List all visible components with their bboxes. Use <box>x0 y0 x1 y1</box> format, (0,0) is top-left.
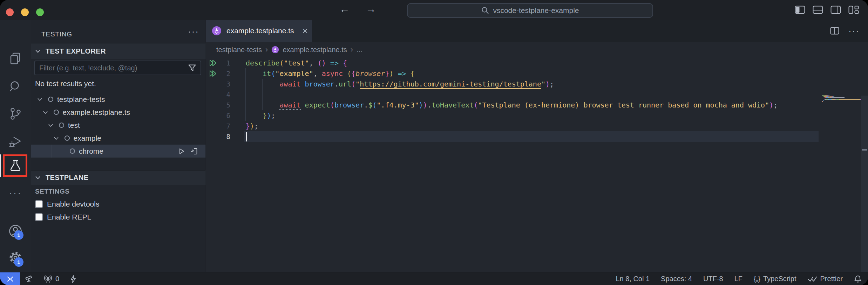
toggle-panel-icon[interactable] <box>813 6 823 14</box>
additional-views-icon[interactable]: ··· <box>0 187 31 199</box>
code-token: . <box>334 80 339 88</box>
code-token: ) <box>423 101 427 109</box>
code-token <box>326 59 330 67</box>
ports-count: 0 <box>55 275 59 283</box>
command-center[interactable]: vscode-testplane-example <box>407 3 653 18</box>
test-filter-box <box>34 61 201 75</box>
breadcrumb-file[interactable]: example.testplane.ts <box>283 46 347 54</box>
eol-status[interactable]: LF <box>734 275 742 283</box>
run-and-debug-icon[interactable] <box>0 134 31 150</box>
minimap-line <box>830 97 844 98</box>
go-back-button[interactable]: ← <box>338 3 352 15</box>
split-editor-icon[interactable] <box>830 27 839 35</box>
close-tab-icon[interactable]: × <box>303 26 308 36</box>
close-window-button[interactable] <box>6 8 14 16</box>
editor-more-actions-icon[interactable]: ··· <box>848 26 860 36</box>
tree-item-label: example.testplane.ts <box>63 108 130 117</box>
minimap-line <box>833 96 834 97</box>
settings-group-label: SETTINGS <box>35 188 69 195</box>
tree-item-label: example <box>74 134 101 142</box>
run-test-icon[interactable] <box>178 148 185 155</box>
line-number: 3 <box>213 79 230 89</box>
telescope-status-icon[interactable] <box>25 275 33 283</box>
source-control-icon[interactable] <box>0 106 31 121</box>
code-token: => <box>330 59 339 67</box>
remote-indicator-button[interactable] <box>0 272 20 285</box>
minimap-line <box>824 96 827 97</box>
tab-bar: example.testplane.ts × ··· <box>206 20 868 42</box>
line-number: 2 <box>213 68 230 79</box>
sidebar-more-actions-icon[interactable]: ··· <box>188 26 199 37</box>
cursor-position-status[interactable]: Ln 8, Col 1 <box>616 275 650 283</box>
code-token: ) <box>419 101 423 109</box>
breadcrumb-folder[interactable]: testplane-tests <box>216 46 262 54</box>
go-forward-button[interactable]: → <box>364 3 378 15</box>
test-explorer-section-header[interactable]: TEST EXPLORER <box>31 43 205 59</box>
minimap-line <box>839 99 860 100</box>
test-tree-item-example[interactable]: example <box>31 132 205 145</box>
tab-example-testplane-ts[interactable]: example.testplane.ts × <box>206 20 312 42</box>
editor-group: example.testplane.ts × ··· testplane-tes… <box>206 20 868 272</box>
code-token <box>301 80 305 88</box>
code-token: ) <box>545 80 550 88</box>
double-check-icon <box>808 276 818 283</box>
minimap-line <box>833 96 833 97</box>
language-mode-status[interactable]: {×} TypeScript <box>754 275 796 283</box>
test-state-circle-icon <box>53 109 59 115</box>
code-token: await <box>279 80 300 88</box>
accounts-badge: 1 <box>14 230 23 240</box>
minimap[interactable] <box>822 95 861 109</box>
minimize-window-button[interactable] <box>21 8 29 16</box>
breadcrumb-symbol[interactable]: ... <box>357 46 362 54</box>
overview-ruler[interactable] <box>861 96 868 285</box>
filter-funnel-icon[interactable] <box>188 64 196 72</box>
text-cursor <box>246 132 247 141</box>
breadcrumb-separator: › <box>351 45 353 54</box>
overview-ruler-cursor-mark <box>862 149 867 151</box>
toggle-primary-sidebar-icon[interactable] <box>795 6 805 14</box>
ports-status-item[interactable]: 0 <box>43 275 59 283</box>
formatter-status[interactable]: Prettier <box>808 275 843 283</box>
minimap-line <box>827 95 828 96</box>
code-token: ; <box>254 122 258 130</box>
code-token <box>406 69 411 78</box>
customize-layout-icon[interactable] <box>848 6 859 14</box>
minimap-line <box>828 96 829 97</box>
code-token: ( <box>351 80 355 88</box>
code-token <box>246 69 263 78</box>
code-token: . <box>364 101 368 109</box>
test-tree-item-example.testplane.ts[interactable]: example.testplane.ts <box>31 106 205 119</box>
toggle-secondary-sidebar-icon[interactable] <box>830 6 841 14</box>
search-view-icon[interactable] <box>0 79 31 94</box>
code-token: ( <box>372 101 377 109</box>
test-filter-input[interactable] <box>35 64 188 72</box>
notifications-bell-icon[interactable] <box>854 275 862 283</box>
go-to-test-icon[interactable] <box>191 147 198 155</box>
maximize-window-button[interactable] <box>36 8 44 16</box>
code-token: describe <box>246 59 279 67</box>
explorer-icon[interactable] <box>0 51 31 66</box>
code-line-8: 8 <box>206 131 868 142</box>
code-token: " <box>541 80 545 88</box>
encoding-status[interactable]: UTF-8 <box>703 275 723 283</box>
vscode-window: ← → vscode-testplane-example <box>0 0 868 285</box>
indentation-status[interactable]: Spaces: 4 <box>661 275 692 283</box>
code-token: , <box>309 59 318 67</box>
code-token <box>339 59 343 67</box>
code-token: ; <box>773 101 778 109</box>
test-tree-item-chrome[interactable]: chrome <box>31 145 205 158</box>
command-center-title: vscode-testplane-example <box>493 6 579 15</box>
code-token: { <box>411 69 415 78</box>
code-line-1: 1describe("test", () => { <box>206 58 868 68</box>
code-editor[interactable]: 1describe("test", () => {2 it("example",… <box>206 58 868 272</box>
enable-repl-checkbox[interactable] <box>35 213 43 221</box>
code-token: "test" <box>284 59 309 67</box>
code-token: browser <box>334 101 364 109</box>
enable-devtools-checkbox[interactable] <box>35 200 43 208</box>
minimap-line <box>822 95 825 96</box>
test-tree-item-test[interactable]: test <box>31 119 205 132</box>
test-results-message: No test results yet. <box>35 79 96 88</box>
test-tree-item-testplane-tests[interactable]: testplane-tests <box>31 93 205 106</box>
testplane-section-header[interactable]: TESTPLANE <box>31 170 205 185</box>
zap-status-icon[interactable] <box>70 275 77 283</box>
